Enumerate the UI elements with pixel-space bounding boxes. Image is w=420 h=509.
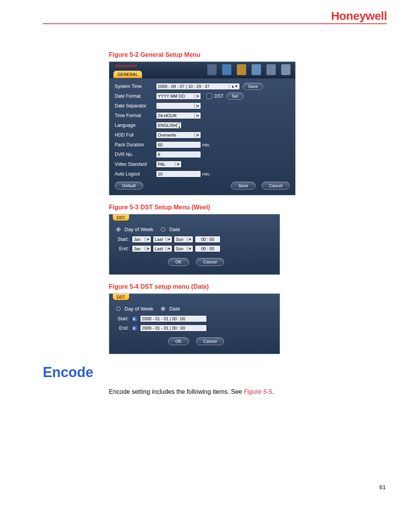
dst-cancel-button[interactable]: Cancel (196, 258, 224, 266)
language-select[interactable]: ENGLISH|▾ (156, 122, 182, 129)
search-icon[interactable] (207, 64, 217, 75)
info-icon[interactable] (222, 64, 231, 75)
time-format-select[interactable]: 24-HOUR|▾ (156, 112, 201, 119)
figure-caption-5-4: Figure 5-4 DST setup menu (Date) (109, 283, 387, 290)
time-format-label: Time Format (115, 113, 156, 118)
disk-icon[interactable] (281, 64, 290, 75)
radio-day-of-week-2[interactable] (116, 307, 121, 311)
date-separator-select[interactable]: .|▾ (156, 102, 201, 109)
default-button[interactable]: Default (115, 182, 143, 190)
auto-logout-input[interactable]: 10 (156, 170, 201, 177)
dst-end-time[interactable]: 00 : 00 (195, 245, 220, 252)
settings-icon[interactable] (237, 64, 246, 75)
language-label: Language (115, 123, 156, 128)
general-setup-panel: Honeywell GENERAL System Time 2009 - 09 … (109, 61, 296, 195)
dst-cancel-button-2[interactable]: Cancel (196, 337, 224, 345)
radio-dow-label: Day of Week (124, 226, 153, 232)
auto-logout-label: Auto Logout (115, 171, 156, 177)
dst-start-day[interactable]: Sun|▾ (174, 236, 193, 243)
pack-duration-input[interactable]: 60 (156, 141, 201, 148)
video-standard-label: Video Standard (115, 161, 156, 167)
figure-caption-5-3: Figure 5-3 DST Setup Menu (Weel) (109, 204, 387, 211)
dst-checkbox[interactable] (206, 93, 212, 99)
tools-icon[interactable] (266, 64, 276, 75)
dst-tab[interactable]: DST (112, 214, 130, 221)
dst-start-week[interactable]: Last|▾ (153, 236, 172, 243)
figure-reference: Figure 5-5 (244, 388, 272, 395)
dst-start-label: Start: (115, 237, 130, 242)
dst-week-panel: DST Day of Week Date Start: Jan|▾ Last|▾… (109, 214, 280, 275)
system-time-input[interactable]: 2009 - 09 - 07 | 10 : 29 : 37▲▼ (156, 83, 240, 90)
date-separator-label: Date Separator (115, 103, 156, 109)
save-button[interactable]: Save (231, 182, 256, 190)
dst-end-label-2: End: (115, 325, 130, 331)
dst-label: DST (214, 93, 224, 99)
dst-start-month[interactable]: Jan|▾ (132, 236, 151, 243)
tab-general[interactable]: GENERAL (113, 70, 142, 78)
radio-date-2[interactable] (161, 307, 165, 311)
radio-date-label-2: Date (169, 306, 180, 312)
pack-unit: min. (202, 142, 210, 147)
radio-date[interactable] (161, 227, 165, 232)
pack-duration-label: Pack Duration (115, 142, 156, 147)
system-time-label: System Time (115, 84, 156, 89)
figure-caption-5-2: Figure 5-2 General Setup Menu (109, 51, 387, 58)
panel-nav: Honeywell GENERAL (109, 62, 295, 78)
radio-day-of-week[interactable] (116, 227, 121, 232)
radio-dow-label-2: Day of Week (124, 306, 153, 312)
dvr-no-label: DVR No. (115, 152, 156, 157)
dst-end-month[interactable]: Jan|▾ (132, 245, 151, 252)
dst-start-time[interactable]: 00 : 00 (195, 236, 220, 243)
dvr-no-input[interactable]: 8 (156, 151, 201, 158)
dst-end-week[interactable]: Last|▾ (153, 245, 172, 252)
dst-start-date-input[interactable]: 2000 - 01 - 01 | 00 : 00 (140, 315, 207, 322)
video-standard-select[interactable]: PAL|▾ (156, 161, 182, 168)
hdd-full-label: HDD Full (115, 132, 156, 138)
cancel-button[interactable]: Cancel (262, 182, 290, 190)
calendar-icon-2[interactable]: ◧ (132, 325, 137, 331)
dst-ok-button-2[interactable]: OK (168, 337, 189, 345)
body-paragraph: Encode setting includes the following it… (109, 388, 387, 395)
section-heading-encode: Encode (43, 364, 387, 381)
auto-unit: min. (202, 172, 210, 176)
dst-end-date-input[interactable]: 2009 - 01 - 01 | 00 : 00 (140, 325, 207, 332)
date-format-label: Date Format (115, 93, 156, 99)
radio-date-label: Date (169, 226, 180, 232)
date-format-select[interactable]: YYYY MM DD|▾ (156, 93, 201, 100)
dst-ok-button[interactable]: OK (168, 258, 189, 266)
network-icon[interactable] (252, 64, 261, 75)
panel-brand: Honeywell (116, 63, 136, 68)
save-time-button[interactable]: Save (243, 83, 263, 90)
dst-start-label-2: Start: (115, 316, 130, 321)
dst-tab-2[interactable]: DST (112, 294, 130, 300)
dst-set-button[interactable]: Set (227, 93, 243, 100)
hdd-full-select[interactable]: Overwrite|▾ (156, 132, 201, 139)
page-number: 61 (379, 484, 386, 490)
dst-end-label: End: (115, 246, 130, 251)
dst-date-panel: DST Day of Week Date Start: ◧ 2000 - 01 … (109, 293, 280, 354)
brand-logo: Honeywell (331, 9, 387, 23)
calendar-icon[interactable]: ◧ (132, 316, 137, 321)
dst-end-day[interactable]: Sun|▾ (174, 245, 193, 252)
